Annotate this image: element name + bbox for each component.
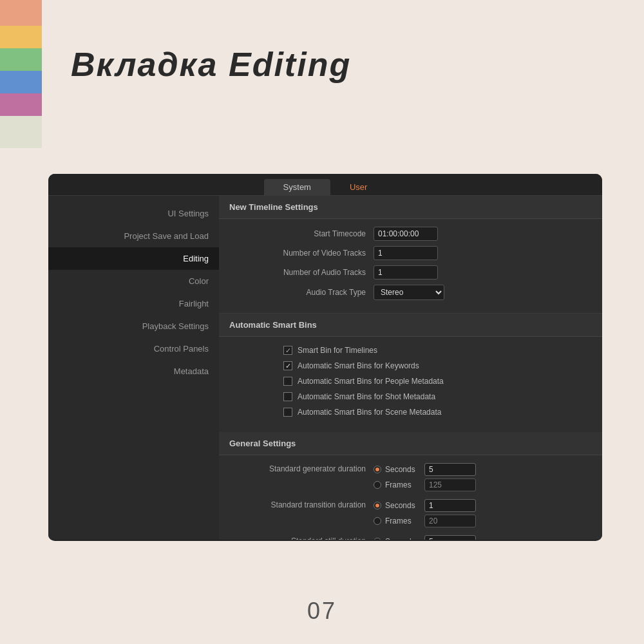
smart-bins-body: Smart Bin for Timelines Automatic Smart … — [219, 337, 602, 432]
smart-bins-header: Automatic Smart Bins — [219, 314, 602, 337]
general-settings-header: General Settings — [219, 432, 602, 455]
transition-seconds-label: Seconds — [385, 501, 421, 510]
smart-bin-people-row: Automatic Smart Bins for People Metadata — [283, 377, 589, 386]
smart-bin-scene-checkbox[interactable] — [283, 408, 292, 417]
transition-seconds-option: Seconds — [374, 499, 476, 512]
bg-swatches — [0, 0, 42, 148]
start-timecode-row: Start Timecode — [232, 227, 589, 241]
sidebar-item-playback-settings[interactable]: Playback Settings — [48, 315, 219, 337]
swatch-green — [0, 48, 42, 71]
video-tracks-label: Number of Video Tracks — [232, 249, 374, 258]
tab-user[interactable]: User — [330, 179, 386, 195]
transition-frames-input[interactable] — [424, 515, 476, 527]
smart-bin-keywords-row: Automatic Smart Bins for Keywords — [283, 361, 589, 370]
smart-bin-scene-row: Automatic Smart Bins for Scene Metadata — [283, 408, 589, 417]
generator-frames-option: Frames — [374, 478, 476, 491]
still-duration-row: Standard still duration Seconds Frames — [232, 535, 589, 540]
generator-frames-radio[interactable] — [374, 481, 381, 489]
generator-seconds-label: Seconds — [385, 465, 421, 474]
main-content: New Timeline Settings Start Timecode Num… — [219, 196, 602, 540]
tab-bar: System User — [48, 174, 602, 196]
transition-frames-option: Frames — [374, 515, 476, 527]
generator-duration-label: Standard generator duration — [232, 463, 374, 473]
transition-frames-radio[interactable] — [374, 517, 381, 525]
audio-tracks-input[interactable] — [374, 265, 438, 279]
smart-bin-people-label: Automatic Smart Bins for People Metadata — [298, 377, 444, 386]
new-timeline-header: New Timeline Settings — [219, 196, 602, 219]
sidebar-item-color[interactable]: Color — [48, 270, 219, 292]
generator-frames-label: Frames — [385, 480, 421, 489]
new-timeline-body: Start Timecode Number of Video Tracks Nu… — [219, 219, 602, 314]
transition-duration-options: Seconds Frames — [374, 499, 476, 527]
audio-type-label: Audio Track Type — [232, 288, 374, 297]
generator-duration-options: Seconds Frames — [374, 463, 476, 491]
sidebar-item-fairlight[interactable]: Fairlight — [48, 292, 219, 315]
smart-bin-shot-label: Automatic Smart Bins for Shot Metadata — [298, 392, 435, 401]
generator-seconds-option: Seconds — [374, 463, 476, 476]
transition-frames-label: Frames — [385, 516, 421, 526]
smart-bin-keywords-checkbox[interactable] — [283, 361, 292, 370]
audio-tracks-row: Number of Audio Tracks — [232, 265, 589, 279]
smart-bin-timelines-label: Smart Bin for Timelines — [298, 346, 377, 355]
generator-frames-input[interactable] — [424, 478, 476, 491]
still-duration-label: Standard still duration — [232, 535, 374, 540]
still-seconds-input[interactable] — [424, 535, 476, 540]
start-timecode-input[interactable] — [374, 227, 438, 241]
sidebar-item-editing[interactable]: Editing — [48, 247, 219, 270]
sidebar-item-project-save-load[interactable]: Project Save and Load — [48, 225, 219, 247]
generator-seconds-radio[interactable] — [374, 466, 381, 473]
swatch-yellow — [0, 26, 42, 48]
smart-bin-timelines-row: Smart Bin for Timelines — [283, 346, 589, 355]
smart-bin-shot-row: Automatic Smart Bins for Shot Metadata — [283, 392, 589, 401]
still-duration-options: Seconds Frames — [374, 535, 476, 540]
swatch-blue — [0, 71, 42, 93]
smart-bin-scene-label: Automatic Smart Bins for Scene Metadata — [298, 408, 441, 417]
sidebar: UI Settings Project Save and Load Editin… — [48, 196, 219, 540]
transition-duration-row: Standard transition duration Seconds Fra… — [232, 499, 589, 527]
general-settings-body: Standard generator duration Seconds Fram… — [219, 455, 602, 540]
sidebar-item-ui-settings[interactable]: UI Settings — [48, 202, 219, 225]
still-seconds-label: Seconds — [385, 537, 421, 540]
content-area: UI Settings Project Save and Load Editin… — [48, 196, 602, 540]
tab-system[interactable]: System — [264, 179, 330, 195]
swatch-red — [0, 0, 42, 26]
transition-seconds-input[interactable] — [424, 499, 476, 512]
audio-type-row: Audio Track Type Mono Stereo 5.1 7.1 — [232, 285, 589, 300]
page-number: 07 — [307, 598, 337, 625]
sidebar-item-control-panels[interactable]: Control Panels — [48, 337, 219, 360]
generator-duration-row: Standard generator duration Seconds Fram… — [232, 463, 589, 491]
swatch-purple — [0, 93, 42, 116]
audio-tracks-label: Number of Audio Tracks — [232, 268, 374, 277]
video-tracks-row: Number of Video Tracks — [232, 246, 589, 260]
sidebar-item-metadata[interactable]: Metadata — [48, 360, 219, 383]
swatch-light — [0, 116, 42, 148]
transition-duration-label: Standard transition duration — [232, 499, 374, 509]
video-tracks-input[interactable] — [374, 246, 438, 260]
audio-type-select[interactable]: Mono Stereo 5.1 7.1 — [374, 285, 444, 300]
page-title: Вкладка Editing — [71, 45, 351, 84]
main-panel: System User UI Settings Project Save and… — [48, 174, 602, 541]
still-seconds-option: Seconds — [374, 535, 476, 540]
generator-seconds-input[interactable] — [424, 463, 476, 476]
start-timecode-label: Start Timecode — [232, 229, 374, 238]
transition-seconds-radio[interactable] — [374, 502, 381, 509]
smart-bin-people-checkbox[interactable] — [283, 377, 292, 386]
smart-bin-keywords-label: Automatic Smart Bins for Keywords — [298, 361, 419, 370]
smart-bin-timelines-checkbox[interactable] — [283, 346, 292, 355]
still-seconds-radio[interactable] — [374, 538, 381, 540]
smart-bin-shot-checkbox[interactable] — [283, 392, 292, 401]
